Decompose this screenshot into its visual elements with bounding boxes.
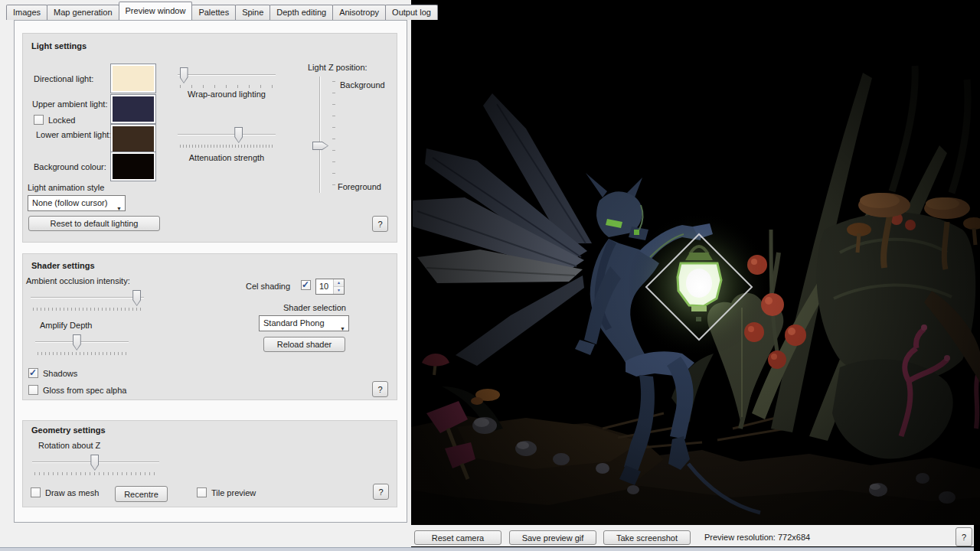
- directional-light-swatch[interactable]: [111, 64, 155, 93]
- window-bottom-edge: [0, 547, 974, 551]
- slider-track[interactable]: [31, 297, 144, 298]
- slider-track[interactable]: [178, 74, 276, 76]
- rotation-z-slider[interactable]: [32, 455, 159, 475]
- rotation-z-label: Rotation about Z: [38, 441, 100, 450]
- cel-shading-value: 10: [319, 282, 328, 291]
- chevron-down-icon: ▼: [340, 321, 345, 336]
- app-window: Images Map generation Preview window Pal…: [0, 0, 980, 551]
- reset-lighting-button[interactable]: Reset to default lighting: [28, 216, 160, 231]
- upper-ambient-swatch[interactable]: [111, 95, 155, 123]
- wrap-around-slider[interactable]: [178, 67, 276, 88]
- tab-palettes[interactable]: Palettes: [191, 5, 236, 20]
- slider-thumb[interactable]: [234, 127, 243, 143]
- geometry-help-button[interactable]: ?: [373, 484, 389, 500]
- background-colour-label: Background colour:: [34, 162, 106, 171]
- slider-ticks: [332, 81, 335, 188]
- tab-preview-window[interactable]: Preview window: [119, 2, 193, 20]
- background-colour-swatch[interactable]: [111, 152, 155, 181]
- lower-ambient-swatch[interactable]: [111, 125, 155, 153]
- light-settings-title: Light settings: [31, 41, 87, 51]
- cel-shading-checkbox[interactable]: [301, 280, 311, 290]
- slider-ticks: [34, 472, 157, 475]
- slider-thumb[interactable]: [73, 334, 81, 350]
- light-anim-style-label: Light animation style: [28, 183, 104, 192]
- lower-ambient-label: Lower ambient light:: [36, 130, 111, 139]
- attenuation-label: Attenuation strength: [178, 153, 276, 162]
- shadows-checkbox[interactable]: [28, 368, 38, 378]
- light-anim-style-value: None (follow cursor): [32, 198, 107, 207]
- slider-track[interactable]: [319, 77, 321, 193]
- wrap-around-label: Wrap-around lighting: [178, 90, 276, 99]
- light-help-button[interactable]: ?: [372, 216, 388, 232]
- stepper-down-icon[interactable]: ▼: [334, 286, 344, 294]
- save-preview-gif-button[interactable]: Save preview gif: [509, 530, 596, 545]
- gloss-label: Gloss from spec alpha: [43, 386, 126, 395]
- tab-anisotropy[interactable]: Anisotropy: [332, 5, 386, 20]
- preview-resolution-label: Preview resolution: 772x684: [704, 533, 810, 542]
- tab-spine[interactable]: Spine: [235, 5, 270, 20]
- slider-ticks: [38, 352, 126, 355]
- amplify-depth-label: Amplify Depth: [40, 321, 92, 330]
- cel-shading-stepper[interactable]: 10 ▲▼: [315, 279, 345, 295]
- tab-depth-editing[interactable]: Depth editing: [270, 5, 333, 20]
- upper-ambient-label: Upper ambient light:: [32, 99, 107, 109]
- locked-label: Locked: [48, 116, 75, 125]
- shader-help-button[interactable]: ?: [372, 381, 388, 397]
- slider-ticks: [180, 145, 273, 148]
- tile-preview-label: Tile preview: [211, 488, 256, 497]
- light-anim-style-dropdown[interactable]: None (follow cursor) ▼: [28, 195, 126, 211]
- chevron-down-icon: ▼: [116, 201, 122, 216]
- tab-images[interactable]: Images: [6, 5, 47, 20]
- tile-preview-checkbox[interactable]: [197, 487, 207, 497]
- preview-settings-pane: Light settings Directional light: Upper …: [14, 20, 407, 523]
- slider-thumb[interactable]: [90, 455, 99, 471]
- slider-ticks: [33, 308, 142, 311]
- preview-help-button[interactable]: ?: [956, 527, 972, 546]
- light-z-label: Light Z position:: [308, 63, 368, 72]
- shader-selection-value: Standard Phong: [263, 318, 325, 328]
- stepper-buttons[interactable]: ▲▼: [333, 279, 344, 294]
- z-background-label: Background: [340, 80, 385, 90]
- z-foreground-label: Foreground: [338, 182, 381, 191]
- slider-thumb[interactable]: [312, 142, 328, 150]
- shadows-label: Shadows: [43, 369, 77, 378]
- amplify-depth-slider[interactable]: [35, 334, 129, 355]
- tab-output-log[interactable]: Output log: [385, 5, 438, 20]
- draw-as-mesh-label: Draw as mesh: [45, 488, 99, 497]
- tab-map-generation[interactable]: Map generation: [47, 5, 119, 20]
- shader-selection-label: Shader selection: [283, 303, 346, 312]
- preview-toolbar: Reset camera Save preview gif Take scree…: [411, 525, 974, 546]
- shader-settings-title: Shader settings: [31, 261, 95, 270]
- cel-shading-label: Cel shading: [246, 282, 290, 291]
- shader-settings-group: Shader settings Ambient occlusion intens…: [22, 253, 397, 400]
- slider-thumb[interactable]: [180, 67, 188, 83]
- locked-checkbox[interactable]: [34, 115, 44, 125]
- stepper-up-icon[interactable]: ▲: [334, 279, 344, 286]
- shader-selection-dropdown[interactable]: Standard Phong ▼: [259, 315, 349, 331]
- preview-scene: [411, 0, 980, 525]
- recentre-button[interactable]: Recentre: [115, 486, 168, 502]
- attenuation-slider[interactable]: [178, 127, 276, 148]
- directional-light-label: Directional light:: [34, 74, 93, 83]
- reset-camera-button[interactable]: Reset camera: [414, 530, 501, 545]
- tab-bar: Images Map generation Preview window Pal…: [6, 3, 437, 20]
- ao-intensity-slider[interactable]: [31, 290, 144, 311]
- light-settings-group: Light settings Directional light: Upper …: [22, 33, 397, 243]
- geometry-settings-group: Geometry settings Rotation about Z Draw …: [22, 420, 397, 507]
- gloss-checkbox[interactable]: [28, 385, 38, 395]
- slider-track[interactable]: [178, 134, 276, 135]
- geometry-settings-title: Geometry settings: [31, 425, 106, 435]
- slider-thumb[interactable]: [132, 290, 141, 306]
- slider-track[interactable]: [35, 341, 129, 343]
- reload-shader-button[interactable]: Reload shader: [263, 337, 345, 352]
- slider-ticks: [180, 85, 273, 88]
- light-z-slider[interactable]: [312, 77, 335, 193]
- ao-intensity-label: Ambient occlusion intensity:: [26, 276, 130, 285]
- draw-as-mesh-checkbox[interactable]: [31, 487, 41, 497]
- preview-canvas[interactable]: [411, 0, 980, 551]
- take-screenshot-button[interactable]: Take screenshot: [603, 530, 691, 545]
